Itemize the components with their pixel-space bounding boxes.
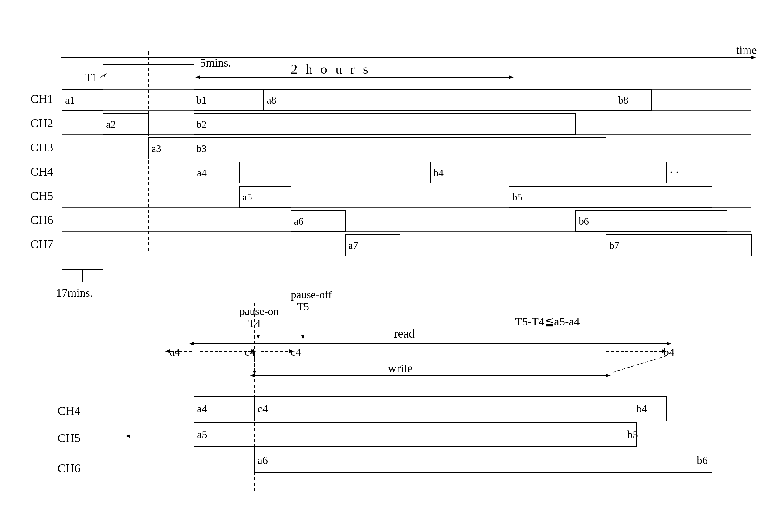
b6-label: b6 xyxy=(579,216,589,227)
c4-ch4-label: c4 xyxy=(257,403,268,415)
pause-off-label: pause-off xyxy=(291,289,332,301)
ch3-label: CH3 xyxy=(30,140,53,154)
diagram-container: time 5mins. T1 2 h o u r s CH1 a1 b1 a8 … xyxy=(0,0,772,532)
b5-label: b5 xyxy=(512,191,522,203)
b4-ch4-label: b4 xyxy=(636,403,647,415)
a8-label: a8 xyxy=(267,94,276,106)
svg-rect-71 xyxy=(194,422,636,447)
svg-marker-70 xyxy=(126,434,130,438)
a2-label: a2 xyxy=(106,119,116,130)
5mins-label: 5mins. xyxy=(200,56,231,69)
time-label: time xyxy=(736,44,757,56)
T4-label: T4 xyxy=(248,317,260,329)
svg-rect-23 xyxy=(430,162,667,183)
svg-marker-11 xyxy=(195,75,200,79)
a6-ch6-label: a6 xyxy=(257,454,268,466)
a3-label: a3 xyxy=(151,143,161,154)
svg-marker-62 xyxy=(606,374,611,377)
T5-label: T5 xyxy=(297,301,309,313)
svg-line-65 xyxy=(611,356,667,373)
ch6-label: CH6 xyxy=(30,213,53,227)
svg-marker-51 xyxy=(667,342,671,345)
a4-label: a4 xyxy=(197,167,207,178)
svg-rect-27 xyxy=(576,210,727,232)
b4-label: b4 xyxy=(433,167,444,178)
svg-rect-21 xyxy=(194,138,606,159)
svg-rect-25 xyxy=(509,186,712,207)
ch6-lower-label: CH6 xyxy=(58,461,81,475)
b2-label: b2 xyxy=(196,119,207,130)
b8-label: b8 xyxy=(618,94,628,106)
svg-marker-48 xyxy=(301,335,304,339)
svg-marker-12 xyxy=(509,75,514,79)
2hours-label: 2 h o u r s xyxy=(291,62,370,77)
a1-label: a1 xyxy=(65,94,75,106)
a5-label: a5 xyxy=(242,191,252,203)
ch5-lower-label: CH5 xyxy=(58,431,81,445)
svg-marker-61 xyxy=(250,374,254,377)
a4-read-label: a4 xyxy=(170,346,180,358)
formula-label: T5-T4≦a5-a4 xyxy=(515,315,580,328)
b1-label: b1 xyxy=(196,94,207,106)
svg-marker-53 xyxy=(165,349,170,353)
dots-label: · · xyxy=(670,165,679,179)
a4-ch4-label: a4 xyxy=(197,403,207,415)
read-label: read xyxy=(394,327,415,340)
svg-marker-50 xyxy=(189,342,194,345)
ch4-lower-label: CH4 xyxy=(58,404,81,418)
svg-marker-46 xyxy=(257,335,260,339)
pause-on-label: pause-on xyxy=(239,305,279,317)
a7-label: a7 xyxy=(348,240,358,251)
a6-label: a6 xyxy=(294,216,303,227)
svg-rect-68 xyxy=(300,397,667,421)
svg-rect-17 xyxy=(263,89,651,111)
write-label: write xyxy=(388,362,413,375)
svg-line-8 xyxy=(100,75,104,78)
a5-ch5-label: a5 xyxy=(197,428,207,441)
svg-marker-9 xyxy=(104,73,107,77)
ch7-label: CH7 xyxy=(30,237,53,251)
ch4-label: CH4 xyxy=(30,165,53,178)
17mins-label: 17mins. xyxy=(56,286,93,299)
b7-label: b7 xyxy=(609,240,619,251)
T1-label: T1 xyxy=(85,71,98,84)
svg-rect-19 xyxy=(194,114,576,135)
c4-right-label: c4 xyxy=(291,346,301,358)
b5-ch5-label: b5 xyxy=(627,428,638,441)
svg-rect-29 xyxy=(606,235,751,256)
ch2-label: CH2 xyxy=(30,116,53,130)
ch5-label: CH5 xyxy=(30,189,53,203)
b6-ch6-label: b6 xyxy=(697,454,708,466)
ch1-label: CH1 xyxy=(30,92,53,106)
b3-label: b3 xyxy=(196,143,207,154)
svg-rect-73 xyxy=(254,448,712,472)
